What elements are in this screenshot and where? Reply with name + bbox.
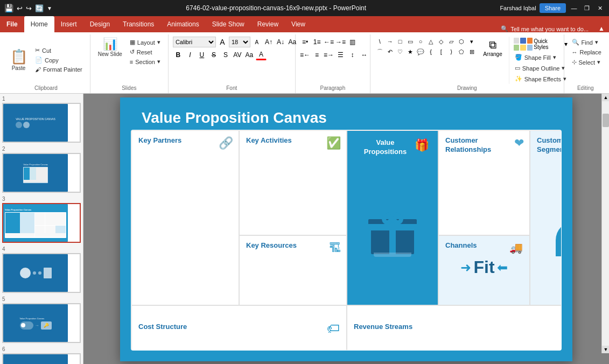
- shape-trapezoid[interactable]: ⬡: [457, 37, 466, 46]
- tell-me[interactable]: 🔍 Tell me what you want to do...: [495, 25, 594, 32]
- shape-arrow[interactable]: →: [385, 37, 395, 46]
- shape-bracket[interactable]: [: [436, 47, 446, 57]
- tab-transitions[interactable]: Transitions: [116, 16, 160, 32]
- font-family-select[interactable]: Calibri: [173, 37, 216, 47]
- tab-review[interactable]: Review: [251, 16, 285, 32]
- shape-circle[interactable]: ○: [416, 37, 425, 46]
- quick-styles-button[interactable]: Quick Styles ▾: [512, 37, 570, 52]
- section-button[interactable]: ≡Section▾: [127, 57, 164, 66]
- tab-view[interactable]: View: [285, 16, 312, 32]
- save-icon[interactable]: 💾: [4, 4, 13, 12]
- tab-design[interactable]: Design: [83, 16, 116, 32]
- scroll-thumb[interactable]: [603, 114, 609, 127]
- slide-preview-4[interactable]: [2, 253, 81, 293]
- italic-button[interactable]: I: [185, 50, 195, 60]
- font-size-select[interactable]: 18: [229, 37, 250, 47]
- scroll-down-btn[interactable]: ▼: [602, 346, 609, 353]
- increase-indent-btn[interactable]: →≡: [335, 37, 346, 47]
- strikethrough-button[interactable]: S: [208, 50, 219, 60]
- cut-button[interactable]: ✂Cut: [32, 46, 86, 55]
- copy-button[interactable]: 📄Copy: [32, 55, 86, 65]
- layout-button[interactable]: ▦Layout▾: [127, 38, 164, 47]
- line-spacing-btn[interactable]: ↕: [347, 50, 358, 60]
- shape-rect[interactable]: □: [395, 37, 405, 46]
- shape-more[interactable]: ▾: [467, 37, 477, 46]
- shape-curve[interactable]: ⌒: [375, 47, 384, 57]
- change-case-btn[interactable]: Aa: [244, 50, 255, 60]
- align-center-btn[interactable]: ≡: [312, 50, 323, 60]
- tab-home[interactable]: Home: [24, 16, 54, 32]
- shape-star[interactable]: ★: [405, 47, 415, 57]
- replace-button[interactable]: ↔Replace: [569, 48, 605, 57]
- slide-preview-1[interactable]: VALUE PROPOSITION CANVAS: [2, 103, 81, 143]
- shape-outline-button[interactable]: ▭Shape Outline▾: [512, 63, 570, 73]
- arrange-button[interactable]: ⧉ Arrange: [479, 37, 507, 59]
- slide-thumb-1[interactable]: 1 VALUE PROPOSITION CANVAS: [2, 96, 81, 143]
- customize-icon[interactable]: ▼: [47, 5, 52, 11]
- shape-chevron[interactable]: ⟩: [446, 47, 456, 57]
- shape-heart[interactable]: ♡: [395, 47, 405, 57]
- channels-cell: Channels 🚚 ➜ Fit ⬅: [438, 235, 530, 305]
- tab-animations[interactable]: Animations: [160, 16, 205, 32]
- shape-rounded-rect[interactable]: ▭: [405, 37, 415, 46]
- select-button[interactable]: ⊹Select▾: [569, 58, 605, 67]
- restore-button[interactable]: ❐: [582, 3, 592, 13]
- shape-bent-arrow[interactable]: ↶: [385, 47, 395, 57]
- minimize-button[interactable]: —: [569, 3, 579, 13]
- char-spacing-btn[interactable]: AV: [232, 50, 243, 60]
- find-button[interactable]: 🔍Find▾: [569, 38, 605, 47]
- shape-triangle[interactable]: △: [426, 37, 436, 46]
- bullets-btn[interactable]: ≡•: [300, 37, 311, 47]
- text-direction-btn[interactable]: ↔: [359, 50, 370, 60]
- shape-fill-button[interactable]: 🪣Shape Fill▾: [512, 52, 570, 62]
- slide-thumb-6[interactable]: 6 Value Proposition Canvas → 👤: [2, 346, 81, 364]
- paste-button[interactable]: 📋 Paste: [6, 36, 31, 84]
- align-right-btn[interactable]: ≡→: [324, 50, 334, 60]
- slide-canvas[interactable]: Value Proposition Canvas Key Partners 🔗 …: [120, 97, 572, 361]
- shape-diamond[interactable]: ◇: [436, 37, 446, 46]
- bold-button[interactable]: B: [173, 50, 184, 60]
- shape-brace[interactable]: {: [426, 47, 436, 57]
- share-button[interactable]: Share: [540, 3, 566, 13]
- tab-slideshow[interactable]: Slide Show: [206, 16, 251, 32]
- slide-thumb-2[interactable]: 2 Value Proposition Canvas: [2, 146, 81, 193]
- slide-preview-3[interactable]: Value Proposition Canvas: [2, 203, 81, 243]
- tab-file[interactable]: File: [0, 16, 24, 32]
- shape-parallelogram[interactable]: ▱: [446, 37, 456, 46]
- shape-line[interactable]: \: [375, 37, 384, 46]
- redo-icon[interactable]: ↪: [26, 4, 32, 12]
- slide-preview-6[interactable]: Value Proposition Canvas → 👤: [2, 353, 81, 364]
- shadow-button[interactable]: S: [220, 50, 231, 60]
- slide-thumb-5[interactable]: 5 Value Proposition Canvas → 🔑: [2, 296, 81, 343]
- font-color-btn[interactable]: A: [256, 50, 267, 60]
- new-slide-button[interactable]: 📊 New Slide: [95, 36, 125, 59]
- columns-btn[interactable]: ▥: [347, 37, 358, 47]
- tab-insert[interactable]: Insert: [54, 16, 83, 32]
- format-painter-button[interactable]: 🖌Format Painter: [32, 65, 86, 74]
- font-size-increase-btn[interactable]: A↑: [263, 37, 274, 47]
- align-left-btn[interactable]: ≡←: [300, 50, 311, 60]
- font-size-decrease-btn[interactable]: A↓: [275, 37, 286, 47]
- shape-callout[interactable]: 💬: [416, 47, 425, 57]
- slide-preview-5[interactable]: Value Proposition Canvas → 🔑: [2, 303, 81, 343]
- key-resources-title: Key Resources: [246, 241, 340, 250]
- justify-btn[interactable]: ☰: [335, 50, 346, 60]
- numbering-btn[interactable]: 1≡: [312, 37, 323, 47]
- font-size-increase[interactable]: A: [251, 37, 262, 47]
- ribbon-collapse-icon[interactable]: ▲: [594, 25, 609, 32]
- shape-effects-button[interactable]: ✨Shape Effects▾: [512, 74, 570, 84]
- shape-expand[interactable]: ⊞: [467, 47, 477, 57]
- slide-thumb-4[interactable]: 4: [2, 246, 81, 293]
- replay-icon[interactable]: 🔄: [35, 4, 44, 12]
- undo-icon[interactable]: ↩: [17, 4, 23, 12]
- slide-preview-2[interactable]: Value Proposition Canvas: [2, 153, 81, 193]
- close-button[interactable]: ✕: [595, 3, 605, 13]
- underline-button[interactable]: U: [197, 50, 207, 60]
- shape-pentagon[interactable]: ⬠: [457, 47, 466, 57]
- reset-button[interactable]: ↺Reset: [127, 47, 164, 57]
- ribbon-tabs: File Home Insert Design Transitions Anim…: [0, 16, 609, 32]
- font-size-decrease[interactable]: A: [217, 37, 228, 47]
- slide-thumb-3[interactable]: 3 Value Proposition Canvas: [2, 196, 81, 243]
- scroll-up-btn[interactable]: ▲: [602, 94, 609, 101]
- decrease-indent-btn[interactable]: ←≡: [324, 37, 334, 47]
